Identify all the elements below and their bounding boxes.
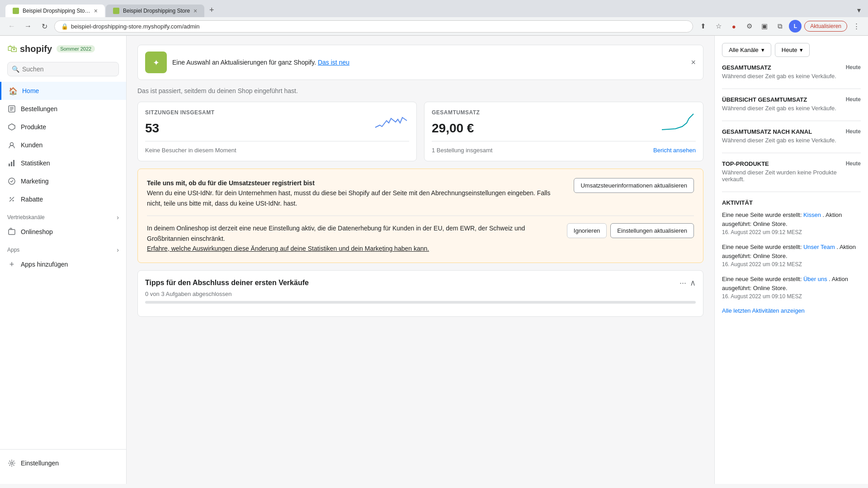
new-tab-button[interactable]: +: [205, 4, 218, 16]
browser-profile-icon[interactable]: L: [789, 20, 802, 33]
sidebar: 🛍 shopify Sommer 2022 🔍 🏠 Home Bestellun…: [0, 36, 127, 484]
sidebar-button[interactable]: ⧉: [774, 20, 786, 33]
tab-list-dropdown[interactable]: ▾: [855, 4, 863, 16]
tax-card: Teile uns mit, ob du für die Umsatzsteue…: [137, 169, 703, 263]
revenue-chart: [660, 109, 696, 133]
tips-card: Tipps für den Abschluss deiner ersten Ve…: [137, 270, 703, 317]
activity-time-0: 16. August 2022 um 09:12 MESZ: [722, 229, 861, 235]
tax-link-2[interactable]: Erfahre, welche Auswirkungen diese Änder…: [147, 245, 429, 252]
sessions-value: 53: [145, 121, 409, 136]
divider-4: [722, 192, 861, 192]
apps-expand-icon[interactable]: ›: [117, 246, 119, 253]
tax-ignore-button[interactable]: Ignorieren: [567, 223, 607, 238]
sidebar-item-products[interactable]: Produkte: [0, 118, 126, 136]
forward-button[interactable]: →: [22, 20, 34, 33]
tips-more-button[interactable]: ···: [679, 278, 686, 288]
svg-rect-8: [11, 162, 12, 166]
browser-menu-button[interactable]: ⋮: [850, 20, 863, 33]
sidebar-item-home[interactable]: 🏠 Home: [0, 82, 126, 100]
sessions-footer: Keine Besucher in diesem Moment: [145, 147, 409, 154]
svg-point-12: [13, 200, 14, 202]
sidebar-item-marketing[interactable]: Marketing: [0, 172, 126, 190]
activity-time-1: 16. August 2022 um 09:12 MESZ: [722, 261, 861, 267]
address-bar[interactable]: 🔒 beispiel-dropshipping-store.myshopify.…: [54, 20, 693, 33]
share-button[interactable]: ⬆: [697, 20, 709, 33]
svg-rect-9: [13, 160, 14, 166]
divider-1: [722, 89, 861, 89]
date-filter-button[interactable]: Heute ▾: [775, 43, 810, 57]
revenue-stat-card: GESAMTUMSATZ 29,00 € 1 Bestellung insges…: [424, 102, 703, 161]
sidebar-search: 🔍: [0, 62, 126, 82]
tab-title-active: Beispiel Dropshipping Store ·…: [23, 8, 90, 14]
settings-icon: [7, 459, 16, 468]
stats-row: SITZUNGEN INSGESAMT 53 Keine Besucher in…: [137, 102, 703, 161]
tax-text-2: In deinem Onlineshop ist derzeit eine ne…: [147, 223, 560, 253]
browser-update-button[interactable]: Aktualisieren: [804, 21, 847, 32]
sidebar-item-products-label: Produkte: [21, 123, 46, 131]
sales-channels-expand-icon[interactable]: ›: [117, 214, 119, 221]
svg-point-0: [14, 9, 18, 13]
sales-channels-label: Vertriebskanäle: [7, 214, 45, 221]
notification-link[interactable]: Das ist neu: [318, 59, 349, 66]
customers-icon: [7, 141, 16, 150]
refresh-button[interactable]: ↻: [38, 20, 51, 33]
channel-filter-icon: ▾: [761, 47, 764, 53]
shopify-badge: Sommer 2022: [57, 45, 95, 52]
channel-filter-button[interactable]: Alle Kanäle ▾: [722, 43, 771, 57]
sidebar-item-discounts[interactable]: Rabatte: [0, 190, 126, 208]
bookmark-button[interactable]: ☆: [712, 20, 725, 33]
browser-tabs: Beispiel Dropshipping Store ·… × Beispie…: [5, 4, 863, 17]
tab-favicon-active: [13, 8, 19, 14]
screenshot-button[interactable]: ▣: [758, 20, 771, 33]
sidebar-item-online-store[interactable]: Onlineshop: [0, 223, 126, 241]
browser-toolbar: ← → ↻ 🔒 beispiel-dropshipping-store.mysh…: [0, 17, 868, 36]
tab-close-active[interactable]: ×: [94, 7, 98, 14]
svg-text:✦: ✦: [153, 58, 160, 67]
sidebar-item-customers[interactable]: Kunden: [0, 136, 126, 154]
tab-favicon-inactive: [113, 8, 119, 14]
sidebar-nav: 🏠 Home Bestellungen Produkte Kunden: [0, 82, 126, 449]
sidebar-item-settings[interactable]: Einstellungen: [7, 455, 119, 471]
sessions-stat-card: SITZUNGEN INSGESAMT 53 Keine Besucher in…: [137, 102, 417, 161]
activity-link-1[interactable]: Unser Team: [803, 244, 835, 250]
revenue-footer-text: 1 Bestellung insgesamt: [432, 147, 492, 154]
tax-section-2: In deinem Onlineshop ist derzeit eine ne…: [147, 223, 694, 253]
add-apps-icon: +: [7, 260, 16, 269]
shopify-logo: 🛍 shopify Sommer 2022: [7, 43, 95, 55]
sidebar-item-home-label: Home: [22, 87, 39, 94]
top-produkte-section: TOP-PRODUKTE Heute Während dieser Zeit w…: [722, 160, 861, 183]
all-activities-link[interactable]: Alle letzten Aktivitäten anzeigen: [722, 307, 805, 314]
tax-body-1: Wenn du eine USt-IdNr. für dein Unterneh…: [147, 189, 550, 206]
sidebar-item-add-apps[interactable]: + Apps hinzufügen: [0, 255, 126, 273]
activity-link-0[interactable]: Kissen: [803, 211, 821, 218]
sidebar-item-orders[interactable]: Bestellungen: [0, 100, 126, 118]
sidebar-search-input[interactable]: [7, 62, 119, 76]
browser-chrome: Beispiel Dropshipping Store ·… × Beispie…: [0, 0, 868, 17]
sidebar-item-analytics[interactable]: Statistiken: [0, 154, 126, 172]
tab-close-inactive[interactable]: ×: [193, 7, 197, 14]
tax-settings-button[interactable]: Einstellungen aktualisieren: [610, 223, 694, 238]
tax-update-button[interactable]: Umsatzsteuerinformationen aktualisieren: [574, 178, 694, 193]
browser-toolbar-actions: ⬆ ☆ ● ⚙ ▣ ⧉ L Aktualisieren ⋮: [697, 20, 863, 33]
back-button[interactable]: ←: [5, 20, 18, 33]
shopify-logo-icon: 🛍: [7, 43, 17, 55]
browser-tab-inactive[interactable]: Beispiel Dropshipping Store ×: [106, 5, 204, 17]
activity-link-2[interactable]: Über uns: [803, 276, 827, 282]
sidebar-search-wrapper: 🔍: [7, 62, 119, 76]
lock-icon: 🔒: [61, 23, 68, 30]
sidebar-footer: Einstellungen: [0, 449, 126, 477]
revenue-report-link[interactable]: Bericht ansehen: [653, 147, 696, 154]
notification-close-button[interactable]: ×: [691, 58, 696, 67]
notification-banner: ✦ Eine Auswahl an Aktualisierungen für g…: [137, 45, 703, 80]
browser-tab-active[interactable]: Beispiel Dropshipping Store ·… ×: [5, 5, 105, 17]
sales-channels-section: Vertriebskanäle ›: [0, 208, 126, 223]
top-produkte-title: TOP-PRODUKTE Heute: [722, 160, 861, 167]
tips-progress-bar: [145, 301, 696, 304]
opera-icon[interactable]: ●: [727, 20, 740, 33]
revenue-label: GESAMTUMSATZ: [432, 109, 696, 116]
svg-rect-14: [9, 230, 15, 235]
tips-collapse-button[interactable]: ∧: [690, 278, 696, 288]
sidebar-item-discounts-label: Rabatte: [21, 196, 43, 203]
extensions-button[interactable]: ⚙: [743, 20, 755, 33]
sidebar-header: 🛍 shopify Sommer 2022: [0, 43, 126, 62]
